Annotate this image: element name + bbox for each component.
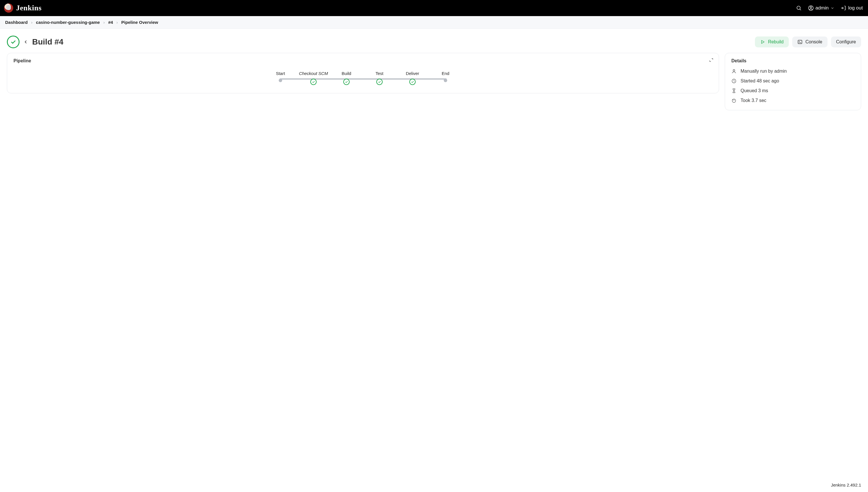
crumb-dashboard[interactable]: Dashboard: [5, 20, 28, 25]
rebuild-label: Rebuild: [768, 39, 784, 45]
page-title: Build #4: [32, 37, 63, 47]
content-cards: Pipeline StartCheckout SCMBuildTestDeliv…: [0, 53, 868, 110]
expand-button[interactable]: [709, 58, 714, 64]
stage-success-icon: [310, 79, 317, 85]
user-circle-icon: [808, 5, 814, 11]
stage-label: Deliver: [406, 71, 419, 76]
breadcrumb: Dashboard › casino-number-guessing-game …: [0, 16, 868, 29]
crumb-build[interactable]: #4: [108, 20, 113, 25]
detail-took: Took 3.7 sec: [731, 98, 854, 103]
expand-icon: [709, 58, 714, 62]
user-icon: [731, 69, 737, 74]
pipeline-stage[interactable]: Deliver: [396, 71, 429, 85]
build-status-success-icon: [7, 35, 20, 48]
stage-success-icon: [409, 79, 416, 85]
stage-dot-icon: [279, 79, 282, 82]
detail-started: Started 48 sec ago: [731, 78, 854, 83]
crumb-job[interactable]: casino-number-guessing-game: [36, 20, 100, 25]
pipeline-stage[interactable]: Test: [363, 71, 396, 85]
svg-point-3: [810, 7, 812, 8]
detail-queued: Queued 3 ms: [731, 88, 854, 93]
pipeline-stage: End: [429, 71, 462, 82]
svg-point-0: [797, 6, 800, 9]
stage-label: Start: [276, 71, 285, 76]
configure-button[interactable]: Configure: [831, 36, 861, 47]
clock-icon: [731, 78, 737, 83]
header-right: admin log out: [796, 5, 863, 11]
chevron-left-icon: [24, 39, 28, 45]
detail-took-text: Took 3.7 sec: [741, 98, 766, 103]
console-button[interactable]: Console: [792, 36, 827, 47]
chevron-right-icon: ›: [103, 20, 105, 25]
pipeline-card: Pipeline StartCheckout SCMBuildTestDeliv…: [7, 53, 719, 93]
detail-started-text: Started 48 sec ago: [741, 78, 779, 83]
page-header-left: Build #4: [7, 35, 63, 48]
stage-label: Test: [375, 71, 384, 76]
hourglass-icon: [731, 88, 737, 93]
svg-marker-5: [762, 41, 764, 44]
detail-run-by: Manually run by admin: [731, 69, 854, 74]
details-heading: Details: [731, 58, 854, 64]
user-name: admin: [815, 5, 829, 11]
svg-line-1: [800, 9, 801, 10]
chevron-down-icon: [831, 6, 835, 10]
console-label: Console: [806, 39, 822, 45]
logout-label: log out: [848, 5, 863, 11]
configure-label: Configure: [836, 39, 856, 45]
details-list: Manually run by admin Started 48 sec ago…: [731, 69, 854, 103]
details-card: Details Manually run by admin Started 48…: [725, 53, 861, 110]
pipeline-stage: Start: [264, 71, 297, 82]
search-button[interactable]: [796, 5, 802, 11]
pipeline-stage[interactable]: Build: [330, 71, 363, 85]
svg-rect-6: [798, 40, 802, 44]
detail-queued-text: Queued 3 ms: [741, 88, 768, 93]
terminal-icon: [797, 39, 803, 45]
pipeline-heading: Pipeline: [14, 58, 712, 64]
stage-label: End: [442, 71, 449, 76]
stage-label: Build: [342, 71, 351, 76]
logout-icon: [841, 5, 846, 11]
play-icon: [760, 39, 765, 45]
chevron-right-icon: ›: [31, 20, 32, 25]
page-actions: Rebuild Console Configure: [755, 36, 861, 47]
brand-name: Jenkins: [16, 4, 42, 13]
stage-dot-icon: [444, 79, 447, 82]
svg-point-8: [733, 70, 735, 71]
stage-success-icon: [376, 79, 383, 85]
crumb-current[interactable]: Pipeline Overview: [122, 20, 158, 25]
stopwatch-icon: [731, 98, 737, 103]
app-header: Jenkins admin log out: [0, 0, 868, 16]
search-icon: [796, 5, 802, 11]
page-header: Build #4 Rebuild Console Configure: [0, 29, 868, 53]
brand[interactable]: Jenkins: [4, 3, 42, 13]
pipeline-stage[interactable]: Checkout SCM: [297, 71, 330, 85]
pipeline-graph: StartCheckout SCMBuildTestDeliverEnd: [264, 69, 462, 86]
chevron-right-icon: ›: [116, 20, 118, 25]
logout-button[interactable]: log out: [841, 5, 863, 11]
detail-run-by-text: Manually run by admin: [741, 69, 787, 74]
stage-label: Checkout SCM: [299, 71, 328, 76]
user-menu[interactable]: admin: [808, 5, 835, 11]
stage-success-icon: [343, 79, 350, 85]
rebuild-button[interactable]: Rebuild: [755, 36, 789, 47]
back-button[interactable]: [24, 39, 28, 45]
jenkins-logo-icon: [4, 3, 13, 13]
